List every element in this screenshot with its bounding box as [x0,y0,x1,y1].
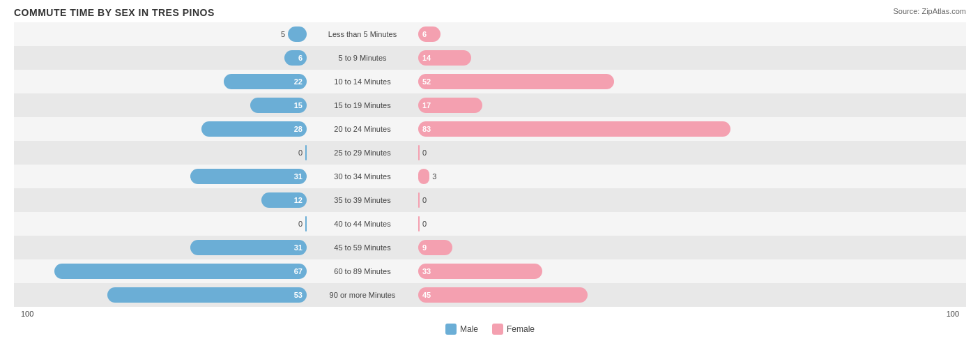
female-bar: 45 [418,287,588,303]
chart-row: 53 90 or more Minutes 45 [14,283,966,307]
legend-female-label: Female [507,324,535,334]
female-bar: 9 [418,240,452,255]
legend-female: Female [492,324,535,335]
right-section: 0 [418,188,966,212]
male-bar: 22 [224,74,307,89]
row-label: Less than 5 Minutes [307,30,418,38]
male-value-inside: 67 [290,267,307,275]
row-label: 5 to 9 Minutes [307,54,418,62]
chart-row: 0 25 to 29 Minutes 0 [14,141,966,165]
female-bar: 6 [418,26,441,42]
row-label: 20 to 24 Minutes [307,125,418,133]
male-value-inside: 31 [290,172,307,181]
female-value: 3 [432,172,446,181]
female-value-inside: 6 [418,30,431,38]
male-bar: 12 [261,192,307,208]
legend-female-box [492,324,503,335]
left-section: 0 [14,141,307,165]
female-value-inside: 52 [418,77,435,86]
male-bar: 31 [190,240,307,255]
male-value-inside: 22 [290,77,307,86]
left-section: 5 [14,22,307,46]
male-bar: 6 [284,50,307,66]
chart-row: 31 30 to 34 Minutes 3 [14,165,966,188]
chart-row: 0 40 to 44 Minutes 0 [14,212,966,236]
chart-row: 22 10 to 14 Minutes 52 [14,70,966,93]
chart-row: 67 60 to 89 Minutes 33 [14,259,966,283]
right-section: 3 [418,165,966,188]
row-label: 90 or more Minutes [307,291,418,299]
left-section: 31 [14,236,307,259]
female-value: 0 [422,149,436,157]
male-value-inside: 12 [290,196,307,204]
male-value-inside: 53 [290,291,307,299]
right-section: 9 [418,236,966,259]
row-label: 45 to 59 Minutes [307,243,418,252]
male-bar: 53 [107,287,307,303]
male-bar: 67 [54,264,307,279]
left-section: 53 [14,283,307,307]
male-bar: 28 [201,121,307,137]
left-section: 28 [14,117,307,141]
male-bar [288,26,307,42]
female-value: 0 [422,220,436,228]
right-section: 0 [418,141,966,165]
right-section: 52 [418,70,966,93]
female-value-inside: 9 [418,243,431,252]
axis-row: 100 100 [14,307,966,321]
female-value-inside: 45 [418,291,435,299]
row-label: 60 to 89 Minutes [307,267,418,275]
female-bar [418,169,429,184]
right-section: 45 [418,283,966,307]
male-value: 0 [289,149,303,157]
source-text: Source: ZipAtlas.com [893,7,966,15]
chart-row: 6 5 to 9 Minutes 14 [14,46,966,70]
left-section: 67 [14,259,307,283]
left-section: 12 [14,188,307,212]
right-section: 17 [418,93,966,117]
right-section: 83 [418,117,966,141]
chart-title: COMMUTE TIME BY SEX IN TRES PINOS [14,7,966,18]
row-label: 25 to 29 Minutes [307,149,418,157]
row-label: 40 to 44 Minutes [307,220,418,228]
right-section: 0 [418,212,966,236]
female-bar: 52 [418,74,614,89]
male-value-inside: 6 [294,54,307,62]
female-bar [418,145,420,160]
legend: Male Female [14,324,966,335]
male-value-inside: 28 [290,125,307,133]
chart-area: 5 Less than 5 Minutes 6 6 5 to 9 Minutes [14,22,966,307]
female-value-inside: 17 [418,101,435,109]
row-label: 30 to 34 Minutes [307,172,418,181]
left-section: 15 [14,93,307,117]
chart-row: 15 15 to 19 Minutes 17 [14,93,966,117]
female-bar: 33 [418,264,542,279]
row-label: 10 to 14 Minutes [307,77,418,86]
male-bar: 31 [190,169,307,184]
legend-male: Male [445,324,478,335]
chart-row: 5 Less than 5 Minutes 6 [14,22,966,46]
axis-left-label: 100 [21,310,33,318]
left-section: 22 [14,70,307,93]
male-value: 0 [289,220,303,228]
male-bar: 15 [250,98,307,113]
female-value-inside: 14 [418,54,435,62]
chart-row: 12 35 to 39 Minutes 0 [14,188,966,212]
row-label: 35 to 39 Minutes [307,196,418,204]
female-bar [418,216,420,232]
female-value-inside: 33 [418,267,435,275]
chart-container: COMMUTE TIME BY SEX IN TRES PINOS Source… [0,0,980,364]
left-section: 6 [14,46,307,70]
row-label: 15 to 19 Minutes [307,101,418,109]
male-value-inside: 15 [290,101,307,109]
female-bar: 14 [418,50,471,66]
male-value-inside: 31 [290,243,307,252]
chart-row: 31 45 to 59 Minutes 9 [14,236,966,259]
right-section: 6 [418,22,966,46]
female-bar [418,192,420,208]
left-section: 0 [14,212,307,236]
chart-row: 28 20 to 24 Minutes 83 [14,117,966,141]
female-bar: 17 [418,98,482,113]
legend-male-box [445,324,457,335]
axis-right-label: 100 [947,310,959,318]
